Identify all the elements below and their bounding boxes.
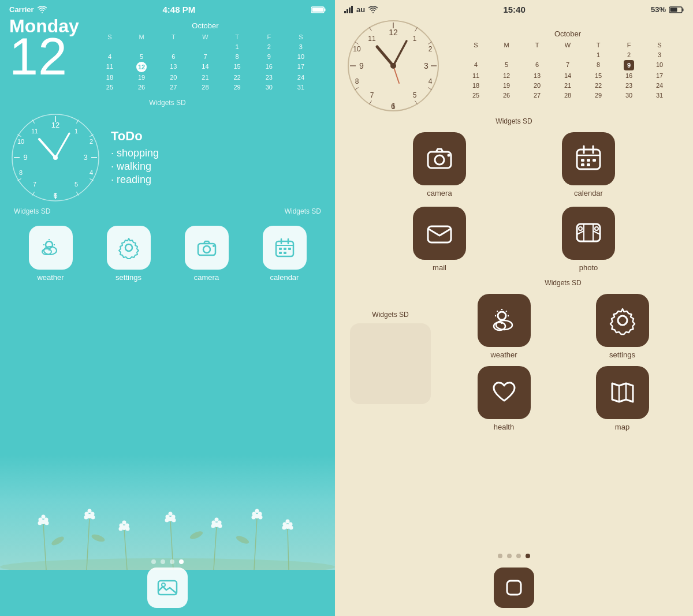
svg-point-87 xyxy=(218,524,222,528)
cal-header: S xyxy=(94,32,125,42)
mail-icon-right xyxy=(424,218,454,248)
app-item-settings-right[interactable]: settings xyxy=(567,294,678,359)
camera-icon-right xyxy=(424,144,454,174)
svg-rect-153 xyxy=(584,224,593,241)
app-box-settings-right[interactable] xyxy=(596,294,649,347)
dot-r-4-active xyxy=(526,554,530,558)
cal-d: 26 xyxy=(491,91,521,100)
cal-d: 17 xyxy=(644,71,675,80)
cal-d: 16 xyxy=(614,71,644,80)
svg-rect-108 xyxy=(682,8,683,11)
app-item-photo-right[interactable]: photo xyxy=(519,207,658,272)
svg-text:3: 3 xyxy=(424,61,429,70)
cal-d xyxy=(522,50,552,59)
cal-day: 15 xyxy=(222,62,253,72)
cal-d: 15 xyxy=(583,71,613,80)
svg-text:2: 2 xyxy=(429,45,433,53)
app-box-weather[interactable] xyxy=(29,226,73,270)
cal-d: 10 xyxy=(644,60,675,70)
app-box-health-right[interactable] xyxy=(478,366,531,419)
cal-d: 24 xyxy=(644,81,675,90)
app-item-calendar[interactable]: calendar xyxy=(263,226,307,282)
svg-point-77 xyxy=(166,515,170,519)
app-label-mail-right: mail xyxy=(433,263,446,272)
app-box-calendar-right[interactable] xyxy=(562,132,615,185)
app-box-map-right[interactable] xyxy=(596,366,649,419)
cal-day: 27 xyxy=(158,83,189,92)
svg-point-73 xyxy=(122,521,126,525)
svg-text:4: 4 xyxy=(90,169,93,176)
svg-text:11: 11 xyxy=(368,35,376,43)
cal-h: S xyxy=(644,40,675,50)
app-item-health-right[interactable]: health xyxy=(448,366,560,431)
flowers-svg xyxy=(0,466,335,570)
home-dock-left[interactable] xyxy=(147,568,188,608)
widgets-sd-todo: Widgets SD xyxy=(285,207,321,215)
cal-h: T xyxy=(522,40,552,50)
dot-1 xyxy=(151,559,156,564)
svg-point-165 xyxy=(618,316,627,325)
home-dock-right[interactable] xyxy=(494,568,534,608)
dock-box-right[interactable] xyxy=(494,568,534,608)
app-box-calendar[interactable] xyxy=(263,226,307,270)
app-item-camera[interactable]: camera xyxy=(185,226,229,282)
status-bar-left: Carrier 4:48 PM xyxy=(0,0,335,17)
app-box-camera-right[interactable] xyxy=(413,132,466,185)
svg-text:6: 6 xyxy=(53,191,57,200)
cal-day: 26 xyxy=(126,83,157,92)
battery-left xyxy=(311,6,326,13)
widgets-sd-right-top: Widgets SD xyxy=(335,117,693,125)
svg-rect-139 xyxy=(428,152,451,168)
svg-point-93 xyxy=(259,516,263,520)
svg-point-71 xyxy=(120,524,124,528)
app-item-settings[interactable]: settings xyxy=(107,226,151,282)
weather-icon-right xyxy=(489,305,519,335)
app-box-weather-right[interactable] xyxy=(478,294,531,347)
cal-day: 18 xyxy=(94,73,125,82)
calendar-right-inner: October S M T W T F S 1 2 3 4 xyxy=(452,27,684,104)
cal-day xyxy=(126,42,157,51)
svg-point-154 xyxy=(579,227,582,230)
cal-day: 13 xyxy=(158,62,189,72)
app-item-mail-right[interactable]: mail xyxy=(370,207,509,272)
svg-point-96 xyxy=(289,522,293,527)
todo-item-2: · walking xyxy=(111,160,326,173)
svg-text:10: 10 xyxy=(353,45,361,53)
cal-day: 11 xyxy=(94,62,125,72)
cal-h: W xyxy=(553,40,583,50)
cal-day xyxy=(94,42,125,51)
svg-rect-168 xyxy=(507,581,521,595)
app-box-camera[interactable] xyxy=(185,226,229,270)
svg-rect-147 xyxy=(587,159,590,162)
cal-d: 28 xyxy=(553,91,583,100)
svg-point-101 xyxy=(91,533,106,543)
cal-day: 7 xyxy=(189,52,221,61)
health-icon-right xyxy=(489,378,519,408)
svg-text:7: 7 xyxy=(33,181,36,188)
flower-area xyxy=(0,454,335,570)
dock-box-left[interactable] xyxy=(147,568,188,608)
status-bar-right: au 15:40 53% xyxy=(335,0,693,17)
big-date: Monday 12 xyxy=(9,17,79,83)
app-item-map-right[interactable]: map xyxy=(567,366,678,431)
svg-text:2: 2 xyxy=(90,138,93,145)
svg-point-91 xyxy=(255,509,259,513)
app-item-weather-right[interactable]: weather xyxy=(448,294,560,359)
analog-clock-left: 12 3 6 9 1 2 4 5 7 8 10 11 xyxy=(9,111,102,204)
app-box-mail-right[interactable] xyxy=(413,207,466,260)
svg-point-74 xyxy=(119,527,123,531)
clock-todo-section: 12 3 6 9 1 2 4 5 7 8 10 11 To xyxy=(0,109,335,206)
month-title-right: October xyxy=(461,29,675,38)
app-box-settings[interactable] xyxy=(107,226,151,270)
date-calendar-section: Monday 12 October S M T W T F S 1 2 3 xyxy=(0,17,335,96)
app-item-calendar-right[interactable]: calendar xyxy=(519,132,658,197)
cal-day-highlighted-right: 9 xyxy=(624,60,634,70)
svg-rect-2 xyxy=(312,8,323,12)
app-item-camera-right[interactable]: camera xyxy=(370,132,509,197)
svg-text:12: 12 xyxy=(389,28,398,37)
svg-text:1: 1 xyxy=(413,35,417,43)
cal-day: 2 xyxy=(254,42,285,51)
cal-day: 21 xyxy=(189,73,221,82)
app-box-photo-right[interactable] xyxy=(562,207,615,260)
app-item-weather[interactable]: weather xyxy=(29,226,73,282)
